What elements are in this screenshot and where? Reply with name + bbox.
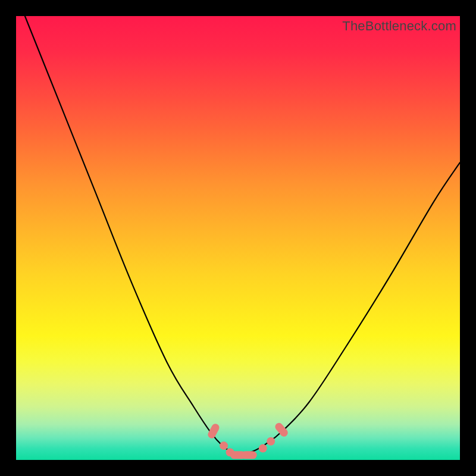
left-curve (25, 16, 238, 455)
bead-pill (242, 451, 257, 459)
right-curve (238, 162, 460, 455)
chart-frame: TheBottleneck.com (0, 0, 476, 476)
bead-dot (259, 444, 267, 453)
bead-group (206, 421, 289, 459)
curve-layer (16, 16, 460, 460)
bead-pill (206, 422, 221, 440)
bead-dot (267, 437, 275, 446)
bead-dot (220, 441, 228, 450)
plot-area: TheBottleneck.com (16, 16, 460, 460)
bead-pill (274, 421, 290, 438)
